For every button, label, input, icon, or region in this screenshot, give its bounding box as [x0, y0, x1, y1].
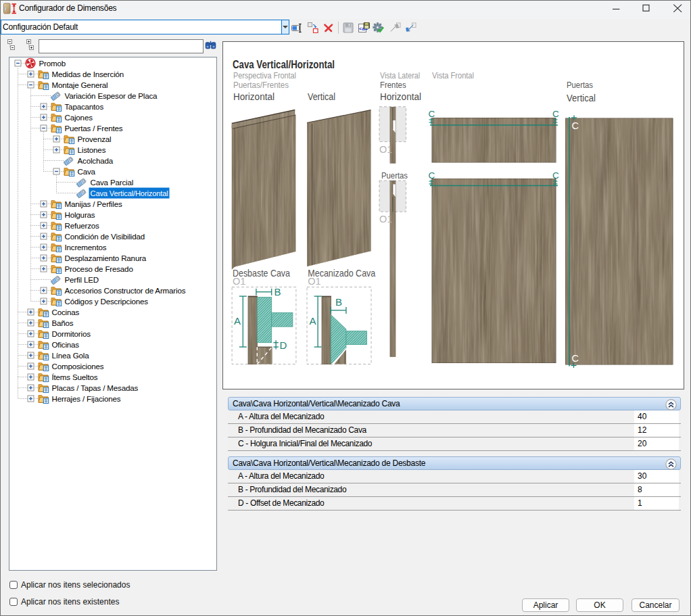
- svg-text:Listones: Listones: [78, 145, 106, 154]
- svg-text:Vertical: Vertical: [567, 93, 596, 103]
- svg-text:Puertas: Puertas: [381, 171, 408, 181]
- svg-text:B: B: [335, 296, 342, 308]
- svg-text:Condición de Visibilidad: Condición de Visibilidad: [65, 232, 145, 241]
- svg-text:C: C: [429, 109, 435, 119]
- svg-text:C: C: [572, 120, 579, 131]
- svg-text:Línea Gola: Línea Gola: [52, 351, 90, 360]
- svg-text:Horizontal: Horizontal: [233, 91, 275, 102]
- svg-text:C: C: [552, 109, 559, 119]
- svg-text:Holguras: Holguras: [65, 210, 95, 219]
- svg-text:Horizontal: Horizontal: [380, 91, 421, 102]
- svg-text:Tapacantos: Tapacantos: [65, 102, 104, 111]
- svg-text:Montaje General: Montaje General: [52, 80, 108, 89]
- svg-text:O1: O1: [379, 214, 392, 224]
- svg-text:Provenzal: Provenzal: [78, 135, 112, 143]
- svg-text:Dormitorios: Dormitorios: [52, 329, 91, 338]
- svg-text:C: C: [552, 170, 559, 181]
- svg-text:Composiciones: Composiciones: [52, 362, 104, 371]
- svg-text:B: B: [275, 286, 281, 298]
- svg-text:D: D: [280, 339, 287, 351]
- svg-text:Baños: Baños: [52, 318, 74, 327]
- svg-text:A: A: [234, 315, 241, 327]
- svg-text:Puertas: Puertas: [567, 80, 593, 90]
- svg-text:Placas / Tapas / Mesadas: Placas / Tapas / Mesadas: [52, 383, 139, 392]
- svg-text:O1: O1: [233, 276, 245, 287]
- svg-text:Cava Vertical/Horizontal: Cava Vertical/Horizontal: [233, 59, 335, 70]
- svg-text:Cava Vertical/Horizontal: Cava Vertical/Horizontal: [91, 189, 168, 197]
- svg-text:Vista Frontal: Vista Frontal: [432, 71, 474, 80]
- svg-text:Cava: Cava: [78, 167, 96, 176]
- svg-text:Cocinas: Cocinas: [52, 308, 80, 316]
- svg-text:Manijas / Perfiles: Manijas / Perfiles: [65, 199, 122, 208]
- svg-text:Cava Parcial: Cava Parcial: [91, 178, 134, 187]
- svg-text:Proceso de Fresado: Proceso de Fresado: [65, 264, 133, 273]
- svg-text:O1: O1: [308, 276, 320, 287]
- svg-text:Refuerzos: Refuerzos: [65, 221, 100, 230]
- svg-text:C: C: [572, 353, 579, 364]
- svg-text:Perspectiva Frontal: Perspectiva Frontal: [233, 71, 296, 80]
- svg-text:Accesorios Constructor de Arma: Accesorios Constructor de Armarios: [65, 286, 186, 295]
- svg-text:Herrajes / Fijaciones: Herrajes / Fijaciones: [52, 394, 121, 403]
- svg-text:Vista Lateral: Vista Lateral: [380, 71, 420, 80]
- svg-text:A: A: [310, 315, 316, 327]
- svg-text:O1: O1: [379, 144, 392, 155]
- svg-text:Promob: Promob: [39, 59, 66, 68]
- svg-text:Puertas/Frentes: Puertas/Frentes: [233, 80, 289, 90]
- svg-text:Códigos y Descripciones: Códigos y Descripciones: [65, 297, 149, 306]
- svg-text:Acolchada: Acolchada: [78, 156, 114, 165]
- svg-text:Frentes: Frentes: [380, 80, 406, 90]
- svg-text:Perfil LED: Perfil LED: [65, 275, 99, 284]
- svg-text:Variación Espesor de Placa: Variación Espesor de Placa: [65, 91, 158, 100]
- svg-text:Desplazamiento Ranura: Desplazamiento Ranura: [65, 254, 147, 262]
- svg-text:C: C: [429, 170, 435, 181]
- svg-text:Medidas de Inserción: Medidas de Inserción: [52, 70, 124, 78]
- svg-text:Cajones: Cajones: [65, 113, 93, 122]
- svg-text:Oficinas: Oficinas: [52, 340, 80, 349]
- svg-text:Incrementos: Incrementos: [65, 243, 107, 252]
- svg-text:Ítems Sueltos: Ítems Sueltos: [52, 373, 98, 381]
- svg-text:Puertas / Frentes: Puertas / Frentes: [65, 124, 123, 133]
- svg-text:Vertical: Vertical: [308, 91, 335, 102]
